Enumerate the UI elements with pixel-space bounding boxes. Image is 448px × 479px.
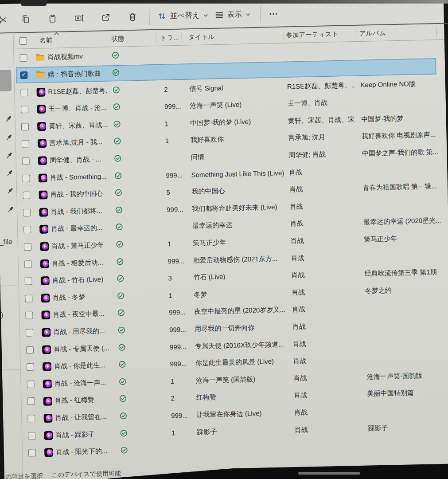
contributing-artists: 黄轩、宋茜、肖战、宋... bbox=[288, 115, 355, 125]
song-title bbox=[189, 52, 283, 55]
media-file-icon bbox=[41, 311, 50, 320]
row-checkbox[interactable] bbox=[27, 381, 34, 388]
row-checkbox[interactable] bbox=[22, 157, 29, 165]
row-checkbox[interactable] bbox=[22, 174, 30, 182]
track-number: 3 bbox=[168, 274, 188, 282]
file-name[interactable]: 肖战 - 竹石 (Live) bbox=[52, 275, 111, 285]
media-file-icon bbox=[42, 345, 51, 354]
row-checkbox[interactable] bbox=[27, 415, 35, 422]
row-checkbox[interactable] bbox=[28, 449, 36, 457]
sync-status-icon bbox=[115, 223, 123, 232]
file-name[interactable]: 肖战 - 沧海一声... bbox=[55, 378, 113, 388]
file-name[interactable]: 肖战 - 红梅赞 bbox=[55, 396, 113, 405]
availability-status-text: このデバイスで使用可能 bbox=[51, 470, 121, 479]
pin-icon bbox=[6, 169, 13, 177]
select-all-checkbox[interactable] bbox=[19, 37, 27, 45]
file-name[interactable]: 言承旭,沈月 - 我... bbox=[49, 138, 108, 148]
explorer-window: 並べ替え 表示 名前 状態 トラ... タイトル 参加アーティスト アルバム bbox=[0, 0, 448, 479]
file-name[interactable]: 肖战 - 策马正少年 bbox=[51, 241, 110, 251]
row-checkbox[interactable] bbox=[23, 209, 31, 216]
file-name[interactable]: 肖战 - 阳光下的... bbox=[56, 447, 115, 457]
contributing-artists: 肖战 bbox=[294, 407, 362, 417]
row-checkbox[interactable] bbox=[28, 432, 35, 440]
column-header-artists[interactable]: 参加アーティスト bbox=[286, 30, 338, 39]
file-name[interactable]: 肖战 - 冬梦 bbox=[52, 292, 111, 302]
file-name[interactable]: R1SE赵磊、彭楚粤... bbox=[48, 86, 107, 96]
contributing-artists: 肖战 bbox=[290, 201, 358, 211]
column-header-status[interactable]: 状態 bbox=[111, 35, 124, 43]
sort-menu-button[interactable]: 並べ替え bbox=[157, 8, 209, 24]
track-number: 1 bbox=[168, 240, 188, 247]
file-name[interactable]: 肖战 - 最幸运的... bbox=[51, 224, 110, 233]
contributing-artists: 周华健; 肖战 bbox=[288, 149, 356, 159]
sync-status-icon bbox=[120, 447, 128, 455]
photographed-screen: 並べ替え 表示 名前 状態 トラ... タイトル 参加アーティスト アルバム bbox=[0, 0, 448, 479]
row-checkbox[interactable] bbox=[25, 312, 33, 319]
row-checkbox[interactable] bbox=[24, 277, 32, 285]
column-header-name[interactable]: 名前 bbox=[39, 36, 52, 45]
file-name[interactable]: 肖战 - 我们都将... bbox=[51, 207, 109, 216]
file-name[interactable]: 肖战 - 你是此生... bbox=[54, 361, 113, 371]
row-checkbox[interactable] bbox=[21, 123, 29, 130]
column-header-album[interactable]: アルバム bbox=[359, 29, 386, 38]
copy-icon bbox=[20, 14, 31, 24]
sync-status-icon bbox=[113, 120, 121, 129]
chevron-down-icon bbox=[245, 12, 251, 17]
file-name[interactable]: 肖战 - Something... bbox=[50, 172, 109, 182]
row-checkbox[interactable] bbox=[22, 140, 29, 148]
file-name[interactable]: 肖战 - 专属天使 (... bbox=[54, 344, 113, 353]
sync-status-icon bbox=[116, 240, 123, 249]
share-button[interactable] bbox=[98, 10, 113, 25]
file-name[interactable]: 肖战 - 踩影子 bbox=[55, 430, 114, 440]
row-checkbox[interactable] bbox=[27, 397, 35, 405]
view-menu-button[interactable]: 表示 bbox=[214, 7, 251, 23]
media-file-icon bbox=[39, 225, 48, 234]
file-name[interactable]: 肖战 - 用尽我的... bbox=[53, 327, 112, 337]
file-name[interactable]: 肖战视频mv bbox=[47, 52, 106, 62]
row-checkbox[interactable] bbox=[24, 260, 32, 268]
delete-button[interactable] bbox=[125, 9, 140, 24]
row-checkbox[interactable] bbox=[27, 363, 34, 371]
column-header-track[interactable]: トラ... bbox=[160, 33, 179, 42]
file-name[interactable]: 肖战 - 相爱后动... bbox=[52, 258, 111, 268]
sync-status-icon bbox=[114, 154, 121, 163]
sort-icon bbox=[157, 11, 167, 21]
file-name[interactable]: 王一博、肖战 - 沧... bbox=[48, 103, 107, 113]
album-name bbox=[366, 324, 444, 326]
track-number: 999... bbox=[168, 257, 188, 265]
column-header-title[interactable]: タイトル bbox=[188, 32, 215, 41]
file-name[interactable]: 肖战 - 我的中国心 bbox=[50, 189, 109, 199]
cut-button[interactable] bbox=[0, 12, 10, 27]
row-checkbox[interactable] bbox=[21, 106, 28, 113]
row-checkbox[interactable] bbox=[24, 243, 31, 251]
paste-button[interactable] bbox=[44, 11, 60, 26]
sync-status-icon bbox=[114, 172, 122, 181]
pin-icon bbox=[7, 206, 14, 213]
row-checkbox[interactable] bbox=[26, 346, 34, 353]
sync-status-icon bbox=[113, 103, 121, 112]
row-checkbox[interactable] bbox=[19, 54, 27, 62]
row-checkbox[interactable] bbox=[20, 89, 28, 96]
file-name[interactable]: 黄轩、宋茜、肖战... bbox=[49, 121, 108, 130]
album-name bbox=[361, 101, 439, 102]
more-options-button[interactable] bbox=[265, 6, 281, 22]
nav-scrollbar-thumb[interactable] bbox=[0, 70, 12, 91]
nav-item-fragment[interactable]: ) bbox=[1, 311, 4, 319]
nav-item-fragment[interactable]: _file bbox=[0, 238, 12, 246]
row-checkbox[interactable] bbox=[26, 329, 33, 337]
contributing-artists: 肖战 bbox=[292, 287, 359, 297]
media-file-icon bbox=[37, 122, 46, 131]
row-checkbox[interactable] bbox=[20, 71, 27, 79]
album-name bbox=[366, 341, 444, 343]
row-checkbox[interactable] bbox=[23, 192, 30, 199]
row-checkbox[interactable] bbox=[23, 226, 31, 233]
rename-button[interactable] bbox=[71, 10, 87, 26]
copy-button[interactable] bbox=[18, 12, 33, 27]
file-name[interactable]: 肖战 - 让我留在... bbox=[55, 412, 114, 422]
file-name[interactable]: 周华健、肖战 - ... bbox=[50, 155, 109, 165]
song-title: 沧海一声笑 (国韵版) bbox=[196, 374, 290, 385]
row-checkbox[interactable] bbox=[25, 294, 32, 302]
file-name[interactable]: 赠：抖音热门歌曲 bbox=[47, 69, 106, 79]
file-name[interactable]: 肖战 - 夜空中最... bbox=[53, 310, 112, 319]
sync-status-icon bbox=[119, 395, 127, 404]
